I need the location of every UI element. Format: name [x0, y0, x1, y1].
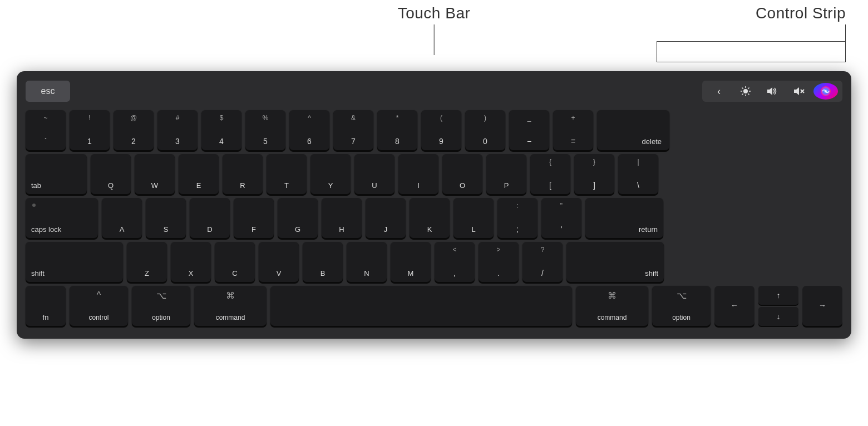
key-y[interactable]: Y — [310, 154, 351, 194]
key-minus[interactable]: _ − — [509, 110, 549, 150]
key-1[interactable]: ! 1 — [70, 110, 110, 150]
key-5[interactable]: % 5 — [245, 110, 285, 150]
brightness-icon[interactable] — [733, 83, 758, 100]
volume-icon[interactable] — [760, 83, 785, 100]
key-3[interactable]: # 3 — [157, 110, 198, 150]
key-space[interactable] — [270, 286, 572, 326]
control-strip-line-area — [657, 24, 846, 62]
diagram-area: Touch Bar Control Strip esc ‹ — [17, 4, 851, 339]
key-command-right[interactable]: ⌘ command — [576, 286, 648, 326]
key-comma[interactable]: < , — [435, 242, 475, 282]
capslock-indicator — [32, 204, 36, 207]
touch-bar-label-container: Touch Bar — [398, 4, 471, 55]
key-0[interactable]: ) 0 — [465, 110, 505, 150]
key-v[interactable]: V — [259, 242, 299, 282]
key-return[interactable]: return — [585, 198, 663, 238]
key-a[interactable]: A — [102, 198, 142, 238]
svg-marker-10 — [794, 87, 799, 95]
key-option-right[interactable]: ⌥ option — [652, 286, 711, 326]
svg-line-8 — [742, 93, 743, 95]
key-shift-left[interactable]: shift — [26, 242, 123, 282]
key-period[interactable]: > . — [479, 242, 519, 282]
key-shift-right[interactable]: shift — [566, 242, 664, 282]
key-lbracket[interactable]: { [ — [530, 154, 570, 194]
key-w[interactable]: W — [135, 154, 175, 194]
key-option-left[interactable]: ⌥ option — [132, 286, 190, 326]
key-x[interactable]: X — [171, 242, 211, 282]
key-9[interactable]: ( 9 — [421, 110, 461, 150]
siri-icon[interactable] — [813, 83, 838, 100]
key-m[interactable]: M — [391, 242, 431, 282]
key-e[interactable]: E — [179, 154, 219, 194]
modifier-row: fn ^ control ⌥ option ⌘ command ⌘ comman… — [26, 286, 842, 326]
key-8[interactable]: * 8 — [377, 110, 417, 150]
key-r[interactable]: R — [223, 154, 263, 194]
key-i[interactable]: I — [398, 154, 438, 194]
svg-marker-9 — [767, 87, 772, 95]
key-arrow-left[interactable]: ← — [714, 286, 754, 326]
keyboard: esc ‹ — [17, 71, 851, 339]
key-arrow-up[interactable]: ↑ — [758, 286, 798, 305]
key-4[interactable]: $ 4 — [201, 110, 241, 150]
key-k[interactable]: K — [410, 198, 450, 238]
key-2[interactable]: @ 2 — [114, 110, 154, 150]
svg-line-5 — [742, 88, 743, 89]
key-6[interactable]: ^ 6 — [289, 110, 329, 150]
touch-bar-line — [433, 24, 434, 55]
svg-line-7 — [748, 88, 749, 89]
control-strip-label-container: Control Strip — [657, 4, 851, 62]
key-c[interactable]: C — [215, 242, 255, 282]
key-slash[interactable]: ? / — [522, 242, 563, 282]
key-d[interactable]: D — [190, 198, 230, 238]
control-strip-vertical-line — [845, 24, 846, 41]
key-u[interactable]: U — [354, 154, 394, 194]
key-t[interactable]: T — [267, 154, 307, 194]
control-strip-label: Control Strip — [756, 4, 846, 22]
number-row: ~ ` ! 1 @ 2 # 3 $ 4 % 5 — [26, 110, 842, 150]
key-arrow-down[interactable]: ↓ — [758, 307, 798, 326]
touch-bar-label: Touch Bar — [398, 4, 471, 22]
key-equals[interactable]: + = — [553, 110, 593, 150]
key-arrow-right[interactable]: → — [802, 286, 842, 326]
zxcv-row: shift Z X C V B N M < , > . ? / shift — [26, 242, 842, 282]
control-strip-keys: ‹ — [702, 81, 842, 102]
qwerty-row: tab Q W E R T Y U I O P { [ } ] | \ — [26, 154, 842, 194]
key-o[interactable]: O — [442, 154, 482, 194]
top-labels: Touch Bar Control Strip — [17, 4, 851, 71]
key-semicolon[interactable]: : ; — [497, 198, 537, 238]
key-fn[interactable]: fn — [26, 286, 66, 326]
key-z[interactable]: Z — [127, 242, 167, 282]
key-j[interactable]: J — [366, 198, 406, 238]
control-strip-box — [657, 41, 846, 62]
svg-point-0 — [743, 89, 748, 93]
key-control[interactable]: ^ control — [70, 286, 128, 326]
esc-key[interactable]: esc — [26, 81, 70, 102]
key-backslash[interactable]: | \ — [618, 154, 658, 194]
key-s[interactable]: S — [146, 198, 186, 238]
key-n[interactable]: N — [347, 242, 387, 282]
key-p[interactable]: P — [486, 154, 526, 194]
touchbar-row: esc ‹ — [26, 78, 842, 105]
chevron-icon[interactable]: ‹ — [707, 83, 731, 100]
key-rbracket[interactable]: } ] — [574, 154, 614, 194]
svg-line-6 — [748, 93, 749, 95]
ud-arrows: ↑ ↓ — [758, 286, 798, 326]
key-b[interactable]: B — [303, 242, 343, 282]
key-delete[interactable]: delete — [597, 110, 669, 150]
key-f[interactable]: F — [234, 198, 274, 238]
key-7[interactable]: & 7 — [333, 110, 373, 150]
key-g[interactable]: G — [278, 198, 318, 238]
key-l[interactable]: L — [453, 198, 494, 238]
asdf-row: caps lock A S D F G H J K L : ; " ' retu… — [26, 198, 842, 238]
arrow-keys: ← ↑ ↓ → — [714, 286, 842, 326]
key-h[interactable]: H — [322, 198, 362, 238]
key-command-left[interactable]: ⌘ command — [194, 286, 267, 326]
mute-icon[interactable] — [787, 83, 811, 100]
key-q[interactable]: Q — [91, 154, 131, 194]
key-quote[interactable]: " ' — [541, 198, 581, 238]
key-capslock[interactable]: caps lock — [26, 198, 98, 238]
key-tab[interactable]: tab — [26, 154, 87, 194]
key-backtick[interactable]: ~ ` — [26, 110, 66, 150]
